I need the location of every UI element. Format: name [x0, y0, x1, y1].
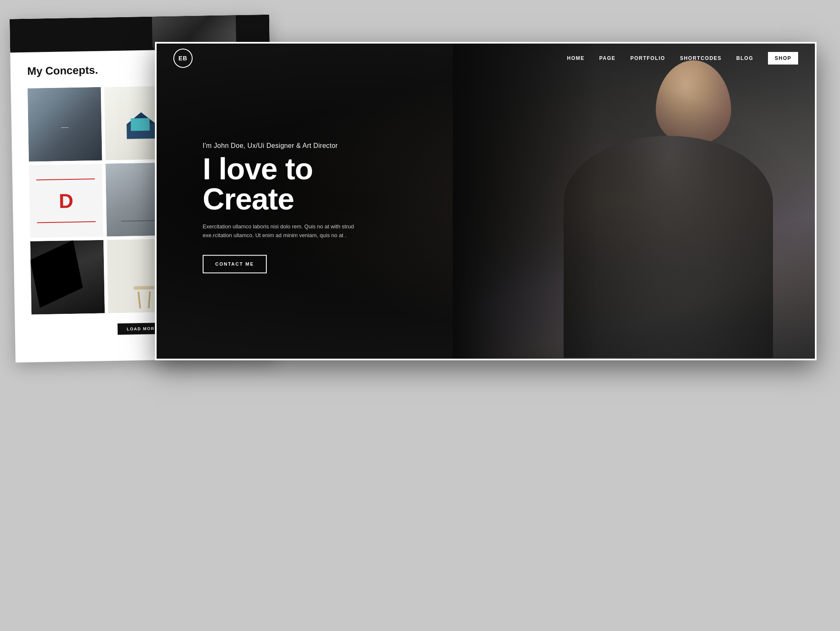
hero-title: I love to Create	[203, 154, 412, 214]
contact-me-button[interactable]: CONTACT ME	[203, 255, 267, 273]
navigation: EB HOME PAGE PORTFOLIO SHORTCODES BLOG S…	[157, 44, 815, 73]
poster-d-letter: D	[59, 189, 74, 212]
hero-fade-overlay	[453, 44, 598, 359]
stool-shape	[134, 286, 155, 309]
stool-legs	[138, 292, 150, 308]
envelope-teal	[131, 118, 150, 131]
nav-link-shortcodes[interactable]: SHORTCODES	[680, 55, 722, 61]
nav-link-portfolio[interactable]: PORTFOLIO	[630, 55, 665, 61]
nav-links: HOME PAGE PORTFOLIO SHORTCODES BLOG SHOP	[567, 52, 798, 65]
logo[interactable]: EB	[173, 49, 193, 68]
stool-leg-left	[138, 292, 141, 308]
hero-description: Exercitation ullamco laboris nisi dolo r…	[203, 222, 362, 240]
list-item[interactable]: D	[29, 163, 103, 238]
nav-link-blog[interactable]: BLOG	[736, 55, 753, 61]
nav-link-page[interactable]: PAGE	[599, 55, 616, 61]
nav-link-home[interactable]: HOME	[567, 55, 585, 61]
kitchen-image	[28, 87, 102, 162]
hero-card-right: EB HOME PAGE PORTFOLIO SHORTCODES BLOG S…	[155, 42, 817, 360]
poster-image: D	[29, 163, 103, 238]
list-item[interactable]	[28, 87, 102, 162]
hero-content: I'm John Doe, Ux/Ui Designer & Art Direc…	[203, 142, 412, 273]
scene-background: My Concepts.	[0, 0, 840, 631]
list-item[interactable]	[30, 240, 105, 315]
nav-link-shop[interactable]: SHOP	[768, 52, 798, 65]
hero-subtitle: I'm John Doe, Ux/Ui Designer & Art Direc…	[203, 142, 412, 150]
stool-leg-right	[148, 292, 151, 308]
envelope-shape	[126, 112, 156, 134]
blackpaper-image	[30, 240, 105, 315]
stool-top	[134, 286, 155, 290]
